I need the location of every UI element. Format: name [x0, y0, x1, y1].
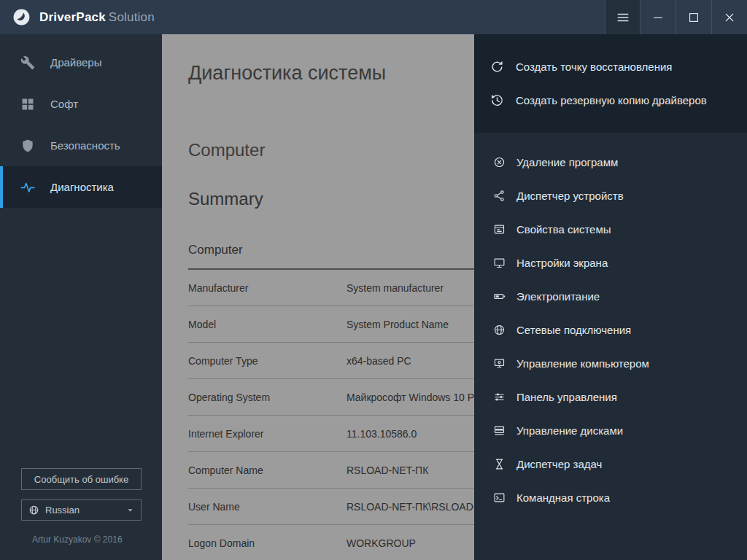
row-label: Operating System [188, 392, 347, 403]
menu-item[interactable]: Электропитание [474, 279, 747, 313]
menu-item-label: Управление дисками [516, 424, 623, 437]
sidebar-item-label: Драйверы [50, 56, 102, 69]
menu-item-label: Панель управления [516, 391, 617, 403]
chevron-down-icon [126, 506, 134, 514]
row-label: Internet Explorer [188, 428, 347, 440]
menu-item[interactable]: Панель управления [474, 380, 747, 413]
menu-item-label: Управление компьютером [516, 357, 649, 370]
menu-item-label: Создать резервную копию драйверов [516, 94, 707, 106]
menu-item[interactable]: Управление компьютером [474, 346, 747, 380]
wrench-icon [20, 55, 35, 70]
menu-item[interactable]: Управление дисками [474, 413, 747, 447]
sidebar-item-label: Безопасность [50, 139, 120, 152]
computer-management-icon [493, 357, 506, 370]
report-error-button[interactable]: Сообщить об ошибке [21, 468, 142, 490]
shield-icon [20, 139, 35, 153]
sidebar-item-label: Диагностика [50, 181, 114, 193]
minimize-button[interactable] [640, 0, 676, 34]
menu-item-label: Диспетчер устройств [516, 190, 624, 202]
titlebar: DriverPackSolution [0, 0, 747, 34]
system-properties-icon [493, 223, 506, 236]
menu-item-label: Командная строка [516, 491, 610, 504]
driverpack-logo-icon [12, 8, 31, 26]
sidebar: Драйверы Софт Безопасность Диагностика С… [0, 34, 162, 560]
hamburger-icon [615, 9, 631, 26]
tools-menu-bottom-section: Удаление программ Диспетчер устройств Св… [474, 133, 747, 560]
row-label: Computer Type [188, 355, 347, 367]
copyright-text: Artur Kuzyakov © 2016 [32, 534, 123, 545]
menu-item[interactable]: Настройки экрана [474, 246, 747, 279]
sidebar-item[interactable]: Драйверы [0, 42, 162, 83]
command-prompt-icon [493, 491, 506, 504]
row-label: Manufacturer [188, 282, 347, 294]
pulse-icon [20, 180, 35, 195]
globe-icon [28, 505, 39, 516]
menu-item-label: Настройки экрана [516, 257, 608, 269]
menu-item[interactable]: Свойства системы [474, 212, 747, 246]
network-icon [493, 324, 506, 336]
power-icon [493, 290, 506, 303]
menu-item-label: Создать точку восстановления [516, 61, 672, 73]
language-value: Russian [45, 505, 80, 516]
page-title: Диагностика системы [188, 62, 386, 85]
minimize-icon [651, 10, 665, 25]
close-icon [722, 10, 737, 25]
menu-item[interactable]: Диспетчер задач [474, 447, 747, 481]
menu-item-label: Сетевые подключения [516, 324, 631, 336]
window-controls [605, 0, 747, 34]
tools-menu-top-section: Создать точку восстановления Создать рез… [474, 34, 747, 133]
menu-item[interactable]: Удаление программ [474, 145, 747, 179]
menu-item-label: Свойства системы [516, 223, 611, 236]
uninstall-icon [493, 156, 506, 168]
subsection-heading: Summary [188, 189, 263, 209]
disk-management-icon [493, 424, 506, 437]
section-heading: Computer [188, 140, 265, 160]
restore-point-icon [490, 60, 504, 74]
maximize-icon [686, 10, 701, 25]
menu-item[interactable]: Создать точку восстановления [474, 50, 747, 83]
sidebar-item[interactable]: Диагностика [0, 166, 162, 208]
sidebar-nav: Драйверы Софт Безопасность Диагностика [0, 34, 162, 208]
display-settings-icon [493, 257, 506, 269]
sidebar-item[interactable]: Безопасность [0, 125, 162, 166]
app-name: DriverPack [39, 10, 106, 24]
tools-menu: Создать точку восстановления Создать рез… [474, 34, 747, 560]
maximize-button[interactable] [676, 0, 711, 34]
sidebar-item[interactable]: Софт [0, 83, 162, 125]
row-label: Logon Domain [188, 537, 347, 549]
row-label: Model [188, 319, 347, 330]
row-label: Computer Name [188, 464, 347, 476]
grid-icon [20, 97, 35, 112]
menu-item[interactable]: Командная строка [474, 481, 747, 514]
task-manager-icon [493, 458, 506, 470]
app-title: DriverPackSolution [39, 10, 155, 25]
sidebar-item-label: Софт [50, 98, 78, 110]
row-label: User Name [188, 501, 347, 513]
menu-item[interactable]: Диспетчер устройств [474, 179, 747, 212]
close-button[interactable] [711, 0, 747, 34]
language-selector[interactable]: Russian [21, 499, 142, 521]
menu-item[interactable]: Сетевые подключения [474, 313, 747, 346]
control-panel-icon [493, 391, 506, 403]
menu-item-label: Электропитание [516, 290, 600, 303]
menu-item[interactable]: Создать резервную копию драйверов [474, 83, 747, 117]
hamburger-menu-button[interactable] [605, 0, 640, 34]
menu-item-label: Диспетчер задач [516, 458, 602, 470]
app-name-suffix: Solution [109, 10, 155, 24]
device-manager-icon [493, 190, 506, 202]
driver-backup-icon [490, 93, 504, 107]
menu-item-label: Удаление программ [516, 156, 618, 168]
